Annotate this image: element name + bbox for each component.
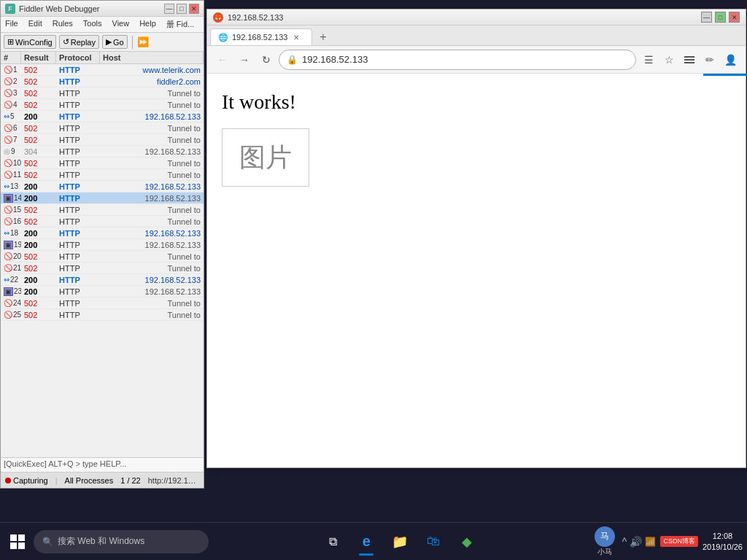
table-row[interactable]: ⇔18 200 HTTP 192.168.52.133 (1, 228, 204, 239)
protocol-cell: HTTP (56, 311, 100, 319)
table-row[interactable]: ▣23 200 HTTP 192.168.52.133 (1, 286, 204, 298)
forward-button[interactable]: → (235, 50, 254, 69)
table-row[interactable]: ▣14 200 HTTP 192.168.52.133 (1, 192, 204, 204)
user-button[interactable]: 👤 (721, 50, 740, 69)
taskbar-green-app-button[interactable]: ◆ (452, 526, 482, 557)
table-row[interactable]: 🚫24 502 HTTP Tunnel to (1, 298, 204, 309)
row-icon-blue-arrow: ⇔ (4, 112, 9, 120)
clock-date: 2019/10/26 (703, 542, 743, 552)
taskbar-explorer-button[interactable]: 📁 (384, 526, 415, 557)
menu-edit[interactable]: Edit (27, 18, 44, 31)
browser-close-button[interactable]: ✕ (729, 12, 740, 23)
fiddler-window: F Fiddler Web Debugger — □ ✕ File Edit R… (0, 0, 204, 489)
taskbar-task-view-button[interactable]: ⧉ (317, 526, 348, 557)
replay-button[interactable]: ↺ Replay (59, 35, 99, 49)
network-icon[interactable]: 📶 (645, 537, 656, 547)
result-cell: 502 (21, 101, 56, 109)
go-button[interactable]: ▶ Go (102, 35, 128, 49)
winconfig-button[interactable]: ⊞ WinConfig (4, 35, 56, 49)
menu-help[interactable]: Help (138, 18, 158, 31)
table-row[interactable]: 🚫3 502 HTTP Tunnel to (1, 88, 204, 99)
row-icon-red-circle: 🚫 (4, 252, 12, 260)
col-header-result: Result (21, 52, 56, 63)
menu-view[interactable]: View (111, 18, 131, 31)
table-row[interactable]: 🚫1 502 HTTP www.telerik.com (1, 64, 204, 76)
menu-册[interactable]: 册 Fid... (165, 18, 196, 31)
user-avatar-area[interactable]: 马 小马 (592, 525, 618, 559)
table-row[interactable]: 🚫4 502 HTTP Tunnel to (1, 99, 204, 111)
table-row[interactable]: 🚫2 502 HTTP fiddler2.com (1, 76, 204, 88)
taskbar-search[interactable]: 🔍 搜索 Web 和 Windows (34, 530, 209, 553)
bookmark-button[interactable]: ☆ (659, 50, 678, 69)
tab-label: 192.168.52.133 (232, 33, 287, 42)
firefox-menu-button[interactable] (680, 50, 699, 69)
row-icon-blue-arrow: ⇔ (4, 229, 9, 237)
table-row[interactable]: 🚫11 502 HTTP Tunnel to (1, 169, 204, 181)
table-row[interactable]: 🚫15 502 HTTP Tunnel to (1, 204, 204, 216)
table-row[interactable]: ⇔5 200 HTTP 192.168.52.133 (1, 111, 204, 122)
speaker-icon[interactable]: 🔊 (630, 536, 642, 548)
protocol-cell: HTTP (56, 182, 100, 191)
table-row[interactable]: ⇔22 200 HTTP 192.168.52.133 (1, 274, 204, 286)
protocol-cell: HTTP (56, 171, 100, 179)
address-bar-container: 🔒 (279, 50, 636, 70)
col-header-protocol: Protocol (56, 52, 100, 63)
row-icon-image: ▣ (4, 194, 13, 203)
capturing-label: Capturing (13, 476, 48, 485)
browser-title: 192.168.52.133 (228, 13, 701, 22)
fiddler-close-button[interactable]: ✕ (189, 4, 199, 14)
table-row[interactable]: 🚫7 502 HTTP Tunnel to (1, 134, 204, 146)
bookmark-list-icon: ☰ (644, 54, 654, 66)
table-row[interactable]: ◎9 304 HTTP 192.168.52.133 (1, 146, 204, 158)
table-row[interactable]: ⇔13 200 HTTP 192.168.52.133 (1, 181, 204, 192)
menu-rules[interactable]: Rules (51, 18, 74, 31)
reload-button[interactable]: ↻ (257, 50, 276, 69)
row-icon-red-circle: 🚫 (4, 136, 12, 144)
host-cell: 192.168.52.133 (100, 147, 204, 156)
menu-file[interactable]: File (4, 18, 20, 31)
host-cell: 192.168.52.133 (100, 241, 204, 249)
start-button[interactable] (4, 529, 31, 555)
table-row[interactable]: 🚫20 502 HTTP Tunnel to (1, 251, 204, 262)
replay-icon: ↺ (63, 37, 69, 47)
taskbar-edge-button[interactable]: e (351, 526, 382, 557)
table-row[interactable]: 🚫10 502 HTTP Tunnel to (1, 158, 204, 169)
browser-tab-active[interactable]: 🌐 192.168.52.133 ✕ (210, 28, 312, 45)
host-cell: Tunnel to (100, 101, 204, 109)
bookmark-list-button[interactable]: ☰ (639, 50, 658, 69)
chevron-up-icon[interactable]: ^ (622, 536, 627, 548)
nav-right-buttons: ☰ ☆ ✏ 👤 (639, 50, 740, 69)
protocol-cell: HTTP (56, 147, 100, 156)
new-tab-button[interactable]: + (315, 29, 331, 45)
edit-button[interactable]: ✏ (700, 50, 719, 69)
protocol-cell: HTTP (56, 101, 100, 109)
table-row[interactable]: 🚫6 502 HTTP Tunnel to (1, 122, 204, 134)
row-icon-red-circle: 🚫 (4, 77, 12, 85)
table-row[interactable]: 🚫25 502 HTTP Tunnel to (1, 309, 204, 321)
result-cell: 502 (21, 252, 56, 261)
table-row[interactable]: ▣19 200 HTTP 192.168.52.133 (1, 239, 204, 251)
browser-content: It works! 图片 (207, 76, 746, 467)
fiddler-window-controls: — □ ✕ (164, 4, 199, 14)
result-cell: 502 (21, 217, 56, 226)
row-icon-red-circle: 🚫 (4, 101, 12, 109)
table-row[interactable]: 🚫21 502 HTTP Tunnel to (1, 262, 204, 274)
table-row[interactable]: 🚫16 502 HTTP Tunnel to (1, 216, 204, 228)
menu-tools[interactable]: Tools (82, 18, 104, 31)
row-icon-red-circle: 🚫 (4, 159, 12, 167)
back-button[interactable]: ← (213, 50, 232, 69)
fiddler-maximize-button[interactable]: □ (177, 4, 187, 14)
fiddler-table-body[interactable]: 🚫1 502 HTTP www.telerik.com 🚫2 502 HTTP … (1, 64, 204, 457)
fiddler-titlebar: F Fiddler Web Debugger — □ ✕ (1, 1, 204, 17)
taskbar-store-button[interactable]: 🛍 (418, 526, 449, 557)
taskbar-clock[interactable]: 12:08 2019/10/26 (703, 531, 743, 552)
result-cell: 200 (21, 276, 56, 284)
task-view-icon: ⧉ (329, 535, 337, 548)
tab-close-button[interactable]: ✕ (291, 32, 301, 42)
browser-maximize-button[interactable]: □ (715, 12, 726, 23)
host-cell: 192.168.52.133 (100, 287, 204, 296)
address-input[interactable] (302, 54, 628, 65)
fiddler-minimize-button[interactable]: — (164, 4, 174, 14)
row-icon-red-circle: 🚫 (4, 171, 12, 179)
browser-minimize-button[interactable]: — (701, 12, 712, 23)
